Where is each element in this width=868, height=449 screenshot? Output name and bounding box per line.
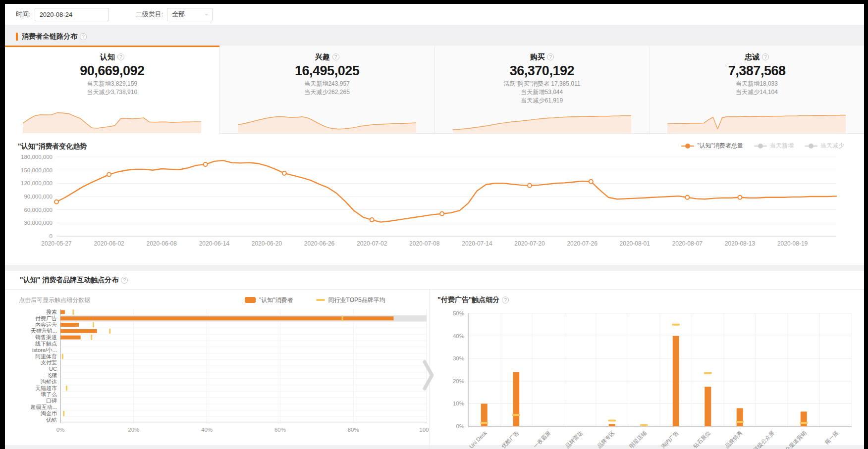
funnel-tab-subline: 活跃"购买"消费者 17,385,011 <box>435 80 650 88</box>
trend-line-chart[interactable]: 030,000,00060,000,00090,000,000120,000,0… <box>18 151 851 261</box>
paid-ads-category-label: 品牌特秀 <box>724 430 744 449</box>
data-point-marker[interactable] <box>370 218 374 222</box>
paid-ads-bar[interactable] <box>737 408 743 426</box>
help-icon[interactable]: ? <box>117 53 124 60</box>
data-point-marker[interactable] <box>528 184 532 188</box>
paid-ads-bar[interactable] <box>705 387 711 426</box>
paid-ads-bar[interactable] <box>673 336 679 426</box>
touchpoint-category-label: 销售渠道 <box>35 334 57 340</box>
svg-text:2020-08-01: 2020-08-01 <box>620 240 651 247</box>
funnel-tab-3[interactable]: 购买?36,370,192活跃"购买"消费者 17,385,011当天新增53,… <box>434 46 650 134</box>
data-point-marker[interactable] <box>589 180 593 184</box>
dashboard-page: 时间: 二级类目: 全部 ⌄ 消费者全链路分布 ? 认知?90,669,092当… <box>5 4 864 449</box>
touchpoint-bar-chart[interactable]: 0%20%40%60%80%100%搜索付费广告内容运营天猫营销...销售渠道线… <box>19 306 429 449</box>
funnel-tab-1[interactable]: 认知?90,669,092当天新增3,829,159当天减少3,738,910 <box>5 46 219 134</box>
touchpoint-bar[interactable] <box>60 336 81 340</box>
industry-avg-tick <box>342 316 343 321</box>
sparkline-area-chart <box>23 109 201 133</box>
industry-avg-tick <box>512 414 520 416</box>
touchpoint-category-label: istore/小... <box>32 347 57 353</box>
industry-avg-tick <box>91 335 92 340</box>
touchpoint-bar[interactable] <box>60 316 393 320</box>
category-select-value: 全部 <box>172 10 185 19</box>
trend-legend-item-3[interactable]: 当天减少 <box>805 142 844 150</box>
touchpoint-category-label: 天猫营销... <box>31 328 57 334</box>
data-point-marker[interactable] <box>282 171 286 175</box>
funnel-tab-2[interactable]: 兴趣?16,495,025当天新增243,957当天减少262,265 <box>219 46 434 134</box>
touchpoint-legend-item-1[interactable]: "认知"消费者 <box>245 296 293 304</box>
industry-avg-tick <box>62 354 63 359</box>
paid-ads-category-label: 明星店铺 <box>628 430 648 449</box>
industry-avg-tick <box>672 324 680 326</box>
data-point-marker[interactable] <box>204 162 208 166</box>
touchpoint-bar[interactable] <box>60 310 65 314</box>
touchpoint-category-label: 口碑 <box>46 398 57 403</box>
paid-ads-category-label: 摇一摇 <box>823 430 839 446</box>
touchpoint-category-label: 支付宝 <box>41 359 57 365</box>
touchpoint-panel-header: "认知" 消费者品牌互动触点分布 ? <box>5 271 864 290</box>
paid-ads-bar[interactable] <box>801 411 807 426</box>
svg-text:20%: 20% <box>453 378 464 384</box>
funnel-tab-subline: 当天减少61,919 <box>435 97 650 105</box>
touchpoint-chart-block: 点击后可显示触点细分数据 "认知"消费者同行业TOP5品牌平均 0%20%40%… <box>5 290 429 449</box>
funnel-tab-title: 认知? <box>5 52 219 62</box>
page-title: 消费者全链路分布 <box>22 32 77 41</box>
touchpoint-category-label: 饿了么 <box>41 391 57 397</box>
industry-avg-tick <box>704 372 712 374</box>
data-point-marker[interactable] <box>685 196 689 200</box>
trend-legend-item-2[interactable]: 当天新增 <box>754 142 794 150</box>
data-point-marker[interactable] <box>107 173 111 177</box>
svg-text:80%: 80% <box>348 427 359 433</box>
legend-line-dot-icon <box>681 144 694 149</box>
date-input[interactable] <box>35 8 109 21</box>
svg-text:2020-06-26: 2020-06-26 <box>304 240 335 247</box>
paid-ads-bar[interactable] <box>609 424 615 426</box>
paid-ads-category-label: 淘内广告 <box>659 430 679 449</box>
touchpoint-title: "认知" 消费者品牌互动触点分布 <box>20 276 118 285</box>
touchpoint-legend: "认知"消费者同行业TOP5品牌平均 <box>245 296 408 304</box>
svg-text:2020-06-20: 2020-06-20 <box>252 240 282 247</box>
touchpoint-panel: "认知" 消费者品牌互动触点分布 ? 点击后可显示触点细分数据 "认知"消费者同… <box>5 271 864 445</box>
funnel-panel: 认知?90,669,092当天新增3,829,159当天减少3,738,910兴… <box>5 46 864 265</box>
funnel-tab-subline: 当天新增18,033 <box>650 80 864 88</box>
touchpoint-category-label: 阿里体育 <box>35 353 57 359</box>
touchpoint-bar[interactable] <box>60 323 79 327</box>
help-icon[interactable]: ? <box>80 33 87 40</box>
trend-legend-item-1[interactable]: "认知"消费者总量 <box>681 142 743 150</box>
help-icon[interactable]: ? <box>502 297 509 303</box>
section-header: 消费者全链路分布 ? <box>16 32 864 41</box>
accent-bar <box>16 33 18 41</box>
touchpoint-legend-item-2[interactable]: 同行业TOP5品牌平均 <box>316 296 385 304</box>
touchpoint-category-label: 线下触点 <box>35 341 57 347</box>
paid-ads-bar[interactable] <box>513 372 519 426</box>
funnel-tab-value: 7,387,568 <box>650 63 864 79</box>
svg-text:150,000,000: 150,000,000 <box>21 167 53 173</box>
touchpoint-category-label: 内容运营 <box>35 322 57 328</box>
touchpoint-chart-head: 点击后可显示触点细分数据 "认知"消费者同行业TOP5品牌平均 <box>19 294 429 306</box>
help-icon[interactable]: ? <box>547 53 554 60</box>
funnel-tab-4[interactable]: 忠诚?7,387,568当天新增18,033当天减少14,104 <box>649 46 864 134</box>
data-point-marker[interactable] <box>738 196 742 200</box>
paid-ads-category-label: Uni Desk <box>468 430 488 449</box>
help-icon[interactable]: ? <box>332 53 339 60</box>
touchpoint-category-label: 超级互动... <box>31 404 57 410</box>
paid-ads-category-label: 品牌专区 <box>596 430 616 449</box>
touchpoint-bar[interactable] <box>60 329 97 333</box>
svg-text:0%: 0% <box>456 423 464 429</box>
industry-avg-tick <box>736 421 744 423</box>
data-point-marker[interactable] <box>54 200 58 204</box>
data-point-marker[interactable] <box>440 212 444 216</box>
legend-line-dot-icon <box>805 144 817 149</box>
svg-text:2020-05-27: 2020-05-27 <box>41 240 72 247</box>
paid-ads-category-label: 优酷广告 <box>500 430 520 449</box>
svg-text:2020-06-08: 2020-06-08 <box>147 240 177 247</box>
trend-chart-block: "认知"消费者变化趋势 "认知"消费者总量当天新增当天减少 030,000,00… <box>5 134 864 265</box>
touchpoint-content: 点击后可显示触点细分数据 "认知"消费者同行业TOP5品牌平均 0%20%40%… <box>5 290 864 449</box>
category-select[interactable]: 全部 ⌄ <box>167 8 213 21</box>
svg-text:2020-07-26: 2020-07-26 <box>567 240 597 247</box>
paid-ads-bar-chart[interactable]: 0%10%20%30%40%50%Uni Desk优酷广告一夜霸屏品牌雷达品牌专… <box>437 306 856 449</box>
help-icon[interactable]: ? <box>762 53 769 60</box>
help-icon[interactable]: ? <box>121 277 128 284</box>
touchpoint-category-label: 淘鲜达 <box>40 379 57 385</box>
legend-line-dot-icon <box>754 144 767 149</box>
